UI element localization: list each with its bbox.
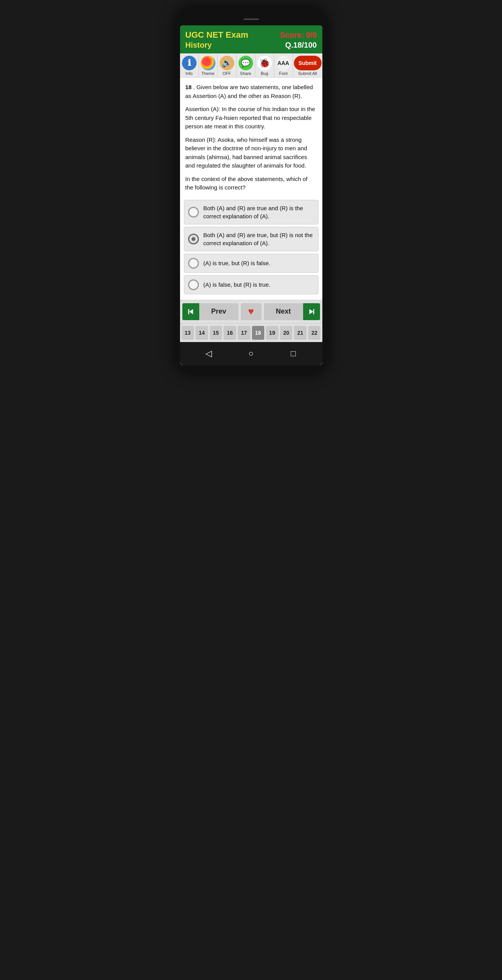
font-icon: AAA bbox=[276, 56, 291, 70]
next-end-icon bbox=[308, 308, 315, 316]
theme-label: Theme bbox=[201, 71, 214, 76]
toolbar-theme[interactable]: Theme bbox=[199, 53, 218, 77]
option-c[interactable]: (A) is true, but (R) is false. bbox=[184, 254, 319, 273]
assertion-text: Assertion (A): In the course of his Indi… bbox=[185, 105, 317, 131]
svg-marker-2 bbox=[189, 309, 193, 314]
question-number-text: 18 bbox=[185, 84, 192, 90]
prev-button[interactable]: Prev bbox=[199, 304, 238, 319]
qnum-15[interactable]: 15 bbox=[210, 326, 222, 340]
back-button[interactable]: ◁ bbox=[202, 347, 216, 360]
next-end-button[interactable] bbox=[303, 303, 320, 320]
svg-rect-0 bbox=[243, 18, 259, 20]
next-button[interactable]: Next bbox=[264, 304, 303, 319]
sound-label: OFF bbox=[223, 71, 231, 76]
bug-label: Bug bbox=[261, 71, 269, 76]
qnum-14[interactable]: 14 bbox=[195, 326, 208, 340]
qnum-20[interactable]: 20 bbox=[280, 326, 293, 340]
toolbar-sound[interactable]: 🔊 OFF bbox=[218, 53, 237, 77]
sound-icon: 🔊 bbox=[220, 56, 234, 70]
option-c-text: (A) is true, but (R) is false. bbox=[203, 259, 270, 267]
recents-button[interactable]: □ bbox=[287, 347, 300, 360]
question-main-text: . Given below are two statements, one la… bbox=[185, 84, 313, 99]
qnum-17[interactable]: 17 bbox=[238, 326, 250, 340]
svg-rect-3 bbox=[313, 309, 314, 314]
options-area: Both (A) and (R) are true and (R) is the… bbox=[180, 200, 322, 300]
bug-icon: 🐞 bbox=[257, 56, 272, 70]
context-text: In the context of the above statements, … bbox=[185, 175, 317, 192]
toolbar: ℹ Info Theme 🔊 OFF 💬 Share 🐞 Bug AAA F bbox=[180, 53, 322, 78]
question-number-display: Q.18/100 bbox=[285, 41, 317, 50]
submit-all-label: Submit All bbox=[298, 71, 317, 76]
svg-marker-4 bbox=[309, 309, 313, 314]
question-number-bar: 13 14 15 16 17 18 19 20 21 22 bbox=[180, 323, 322, 342]
share-icon: 💬 bbox=[238, 56, 253, 70]
toolbar-submit[interactable]: Submit Submit All bbox=[293, 53, 322, 77]
question-intro: 18 . Given below are two statements, one… bbox=[185, 83, 317, 100]
option-b-text: Both (A) and (R) are true, but (R) is no… bbox=[203, 231, 314, 247]
svg-rect-1 bbox=[188, 309, 189, 314]
font-label: Font bbox=[279, 71, 287, 76]
phone-frame: UGC NET Exam Score: 0/0 History Q.18/100… bbox=[176, 8, 326, 373]
toolbar-bug[interactable]: 🐞 Bug bbox=[255, 53, 274, 77]
share-label: Share bbox=[240, 71, 251, 76]
info-icon: ℹ bbox=[182, 56, 197, 70]
qnum-13[interactable]: 13 bbox=[182, 326, 194, 340]
option-a[interactable]: Both (A) and (R) are true and (R) is the… bbox=[184, 200, 319, 224]
qnum-22[interactable]: 22 bbox=[308, 326, 321, 340]
option-d[interactable]: (A) is false, but (R) is true. bbox=[184, 275, 319, 294]
info-label: Info bbox=[185, 71, 192, 76]
notch-bar bbox=[180, 15, 322, 22]
home-button[interactable]: ○ bbox=[244, 347, 258, 360]
reason-text: Reason (R): Asoka, who himself was a str… bbox=[185, 136, 317, 170]
toolbar-font[interactable]: AAA Font bbox=[274, 53, 293, 77]
theme-icon bbox=[201, 56, 215, 70]
qnum-21[interactable]: 21 bbox=[294, 326, 307, 340]
radio-b[interactable] bbox=[188, 234, 199, 244]
prev-group[interactable]: Prev bbox=[182, 303, 238, 320]
prev-start-icon bbox=[187, 308, 195, 316]
qnum-18[interactable]: 18 bbox=[252, 326, 265, 340]
prev-start-button[interactable] bbox=[182, 303, 199, 320]
app-subtitle: History bbox=[185, 41, 212, 50]
question-area: 18 . Given below are two statements, one… bbox=[180, 78, 322, 200]
app-container: UGC NET Exam Score: 0/0 History Q.18/100… bbox=[180, 25, 322, 365]
toolbar-share[interactable]: 💬 Share bbox=[237, 53, 255, 77]
qnum-19[interactable]: 19 bbox=[266, 326, 279, 340]
toolbar-info[interactable]: ℹ Info bbox=[180, 53, 199, 77]
option-d-text: (A) is false, but (R) is true. bbox=[203, 281, 270, 289]
next-group[interactable]: Next bbox=[264, 303, 320, 320]
heart-icon: ♥ bbox=[248, 306, 254, 317]
radio-a[interactable] bbox=[188, 207, 199, 218]
app-header: UGC NET Exam Score: 0/0 History Q.18/100 bbox=[180, 25, 322, 53]
qnum-16[interactable]: 16 bbox=[223, 326, 236, 340]
radio-c[interactable] bbox=[188, 258, 199, 269]
score-display: Score: 0/0 bbox=[280, 31, 317, 40]
radio-d[interactable] bbox=[188, 279, 199, 290]
submit-button[interactable]: Submit bbox=[294, 56, 322, 70]
nav-bar: Prev ♥ Next bbox=[180, 300, 322, 323]
option-b[interactable]: Both (A) and (R) are true, but (R) is no… bbox=[184, 227, 319, 251]
app-title: UGC NET Exam bbox=[185, 30, 248, 40]
option-a-text: Both (A) and (R) are true and (R) is the… bbox=[203, 204, 314, 220]
radio-b-fill bbox=[192, 237, 195, 241]
heart-button[interactable]: ♥ bbox=[241, 303, 262, 320]
bottom-nav: ◁ ○ □ bbox=[180, 342, 322, 365]
